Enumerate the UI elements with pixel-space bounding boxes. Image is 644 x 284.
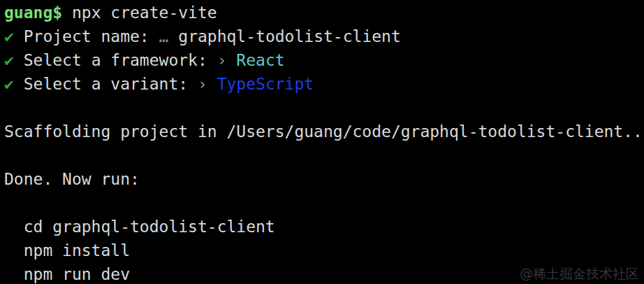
question-label: Select a framework: [24,51,217,69]
blank-line [4,191,644,215]
check-icon: ✔ [4,51,24,69]
answered-question-project-name: ✔ Project name: … graphql-todolist-clien… [4,24,644,48]
next-step-cd-line: cd graphql-todolist-client [4,215,644,239]
variant-answer: TypeScript [217,75,314,93]
question-label: Select a variant: [24,75,198,93]
ellipsis-separator: … [159,27,179,45]
framework-answer: React [236,51,284,69]
blank-line [4,96,644,120]
shell-command-line: guang$ npx create-vite [4,1,644,24]
watermark: @稀土掘金技术社区 [520,265,639,282]
answered-question-framework: ✔ Select a framework: › React [4,48,644,72]
shell-command-text: npx create-vite [62,3,217,22]
chevron-right-icon: › [198,75,217,93]
answered-question-variant: ✔ Select a variant: › TypeScript [4,72,644,96]
shell-prompt: guang$ [4,3,62,22]
chevron-right-icon: › [217,51,237,69]
done-message-line: Done. Now run: [4,167,644,191]
next-step-install-line: npm install [4,239,644,262]
check-icon: ✔ [4,27,24,45]
blank-line [4,143,644,167]
project-name-answer: graphql-todolist-client [178,27,401,45]
terminal-window: guang$ npx create-vite ✔ Project name: …… [0,0,644,284]
scaffolding-status-line: Scaffolding project in /Users/guang/code… [4,120,644,143]
question-label: Project name: [24,27,159,45]
check-icon: ✔ [4,75,24,93]
